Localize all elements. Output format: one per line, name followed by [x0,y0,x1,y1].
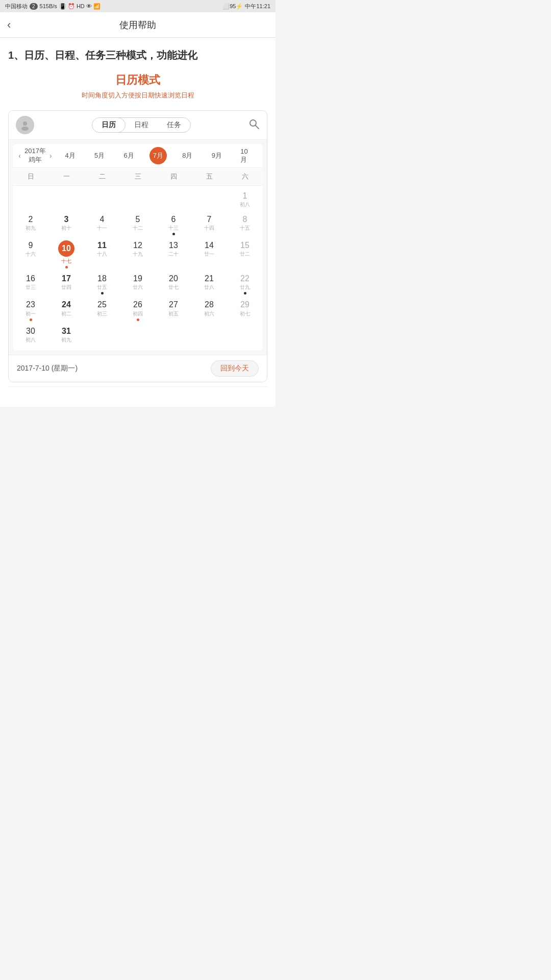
cal-day-21[interactable]: 21 廿八 [191,271,227,297]
cal-empty-5 [156,188,191,211]
bottom-bar: 2017-7-10 (星期一) 回到今天 [9,355,267,382]
year-text: 2017年 鸡年 [24,147,46,164]
back-today-button[interactable]: 回到今天 [211,360,259,377]
cal-day-14[interactable]: 14 廿一 [191,237,227,271]
cal-empty-7 [84,323,120,347]
cal-day-30[interactable]: 30 初八 [13,323,48,347]
month-tab-5[interactable]: 5月 [91,147,108,164]
cal-day-3[interactable]: 3 初十 [48,211,84,237]
cal-day-11[interactable]: 11 十八 [84,237,120,271]
cal-day-22[interactable]: 22 廿九 [227,271,263,297]
cal-day-13[interactable]: 13 二十 [156,237,191,271]
cal-day-29[interactable]: 29 初七 [227,297,263,323]
cal-day-27[interactable]: 27 初五 [156,297,191,323]
next-year-arrow[interactable]: › [48,152,54,160]
event-dot-23 [30,318,32,321]
battery-label: ⬜95⚡ [222,3,243,10]
tab-calendar[interactable]: 日历 [92,117,126,133]
month-tab-10[interactable]: 10月 [237,147,255,164]
event-dot-22 [244,292,246,295]
prev-year-arrow[interactable]: ‹ [17,152,22,160]
page-content: 1、日历、日程、任务三种模式，功能进化 日历模式 时间角度切入方便按日期快速浏览… [0,38,276,407]
cal-day-26[interactable]: 26 初四 [120,297,156,323]
cal-empty-9 [156,323,191,347]
cal-day-24[interactable]: 24 初二 [48,297,84,323]
status-right: ⬜95⚡ 中午11:21 [222,3,270,10]
cal-empty-1 [13,188,48,211]
cal-day-25[interactable]: 25 初三 [84,297,120,323]
cal-day-5[interactable]: 5 十二 [120,211,156,237]
avatar[interactable] [16,116,34,134]
cal-day-1[interactable]: 1 初八 [227,188,263,211]
week-header: 日 一 二 三 四 五 六 [13,168,263,186]
cal-day-12[interactable]: 12 十九 [120,237,156,271]
month-tab-8[interactable]: 8月 [179,147,196,164]
cal-day-18[interactable]: 18 廿五 [84,271,120,297]
cal-day-19[interactable]: 19 廿六 [120,271,156,297]
icons-placeholder: 📳 ⏰ HD 👁 📶 [59,3,101,10]
month-tab-6[interactable]: 6月 [120,147,138,164]
search-icon[interactable] [248,118,260,132]
cal-day-6[interactable]: 6 十三 [156,211,191,237]
month-tab-9[interactable]: 9月 [208,147,226,164]
month-nav: ‹ 2017年 鸡年 › 4月 5月 6月 7月 8月 9月 10月 [13,144,263,168]
cal-day-28[interactable]: 28 初六 [191,297,227,323]
cal-day-15[interactable]: 15 廿二 [227,237,263,271]
cal-day-4[interactable]: 4 十一 [84,211,120,237]
tab-task[interactable]: 任务 [158,118,190,132]
cal-day-23[interactable]: 23 初一 [13,297,48,323]
back-button[interactable]: ‹ [7,18,11,32]
week-wed: 三 [120,170,156,183]
event-dot-26 [137,318,139,321]
cal-day-20[interactable]: 20 廿七 [156,271,191,297]
cal-day-10-today[interactable]: 10 十七 [48,237,84,271]
calendar-container: ‹ 2017年 鸡年 › 4月 5月 6月 7月 8月 9月 10月 [13,144,263,351]
week-mon: 一 [48,170,84,183]
section-heading: 1、日历、日程、任务三种模式，功能进化 [8,48,267,62]
month-tabs: 4月 5月 6月 7月 8月 9月 10月 [56,147,261,164]
selected-date: 2017-7-10 (星期一) [17,364,78,373]
mode-subtitle: 时间角度切入方便按日期快速浏览日程 [8,91,267,100]
mode-title: 日历模式 [8,72,267,88]
year-block: ‹ 2017年 鸡年 › [15,147,56,164]
today-dot [65,266,68,268]
week-sun: 日 [13,170,48,183]
cal-day-9[interactable]: 9 十六 [13,237,48,271]
top-nav: ‹ 使用帮助 [0,12,276,38]
carrier-label: 中国移动 [5,3,28,10]
calendar-grid: 1 初八 2 初九 3 初十 4 十一 5 十二 [13,186,263,351]
week-fri: 五 [191,170,227,183]
signal-badge: 2 [30,3,38,10]
week-tue: 二 [84,170,120,183]
cal-day-17[interactable]: 17 廿四 [48,271,84,297]
network-speed: 515B/s [40,3,57,9]
tab-group: 日历 日程 任务 [92,117,191,133]
cal-empty-11 [227,323,263,347]
week-sat: 六 [227,170,263,183]
app-demo: 日历 日程 任务 ‹ 2017年 鸡年 [8,110,267,382]
next-section [8,386,267,407]
cal-day-8[interactable]: 8 十五 [227,211,263,237]
cal-empty-2 [48,188,84,211]
clock: 中午11:21 [245,3,270,10]
cal-empty-6 [191,188,227,211]
month-tab-4[interactable]: 4月 [62,147,79,164]
status-bar: 中国移动 2 515B/s 📳 ⏰ HD 👁 📶 ⬜95⚡ 中午11:21 [0,0,276,12]
cal-day-16[interactable]: 16 廿三 [13,271,48,297]
cal-empty-10 [191,323,227,347]
cal-day-31[interactable]: 31 初九 [48,323,84,347]
week-thu: 四 [156,170,191,183]
cal-empty-3 [84,188,120,211]
svg-point-0 [23,121,27,126]
event-dot-18 [101,292,104,295]
svg-point-1 [21,127,29,131]
cal-empty-4 [120,188,156,211]
month-tab-7[interactable]: 7月 [149,147,167,164]
app-topbar: 日历 日程 任务 [9,111,267,140]
tab-schedule[interactable]: 日程 [125,118,158,132]
cal-day-2[interactable]: 2 初九 [13,211,48,237]
event-dot [172,233,175,235]
cal-day-7[interactable]: 7 十四 [191,211,227,237]
cal-empty-8 [120,323,156,347]
status-left: 中国移动 2 515B/s 📳 ⏰ HD 👁 📶 [5,3,101,10]
